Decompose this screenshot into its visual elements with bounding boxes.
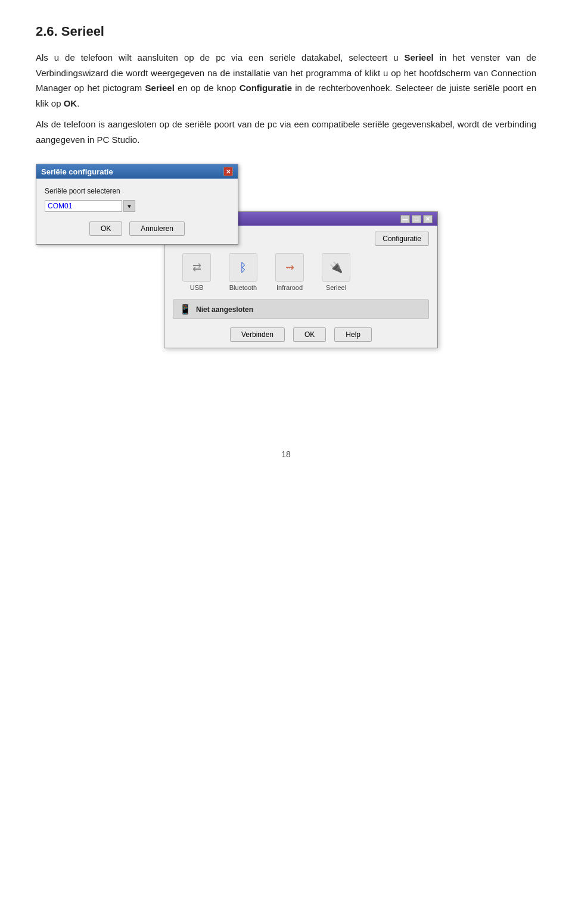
serial-config-title: Seriële configuratie — [41, 167, 113, 176]
serial-config-dialog: Seriële configuratie ✕ Seriële poort sel… — [36, 164, 238, 245]
infrared-icon: ⇝ — [285, 261, 294, 274]
conn-help-button[interactable]: Help — [334, 327, 372, 342]
usb-icon-box: ⇄ — [182, 253, 211, 282]
paragraph-2: Als de telefoon is aangesloten op de ser… — [36, 117, 536, 147]
conn-config-button[interactable]: Configuratie — [375, 232, 429, 246]
conn-status-bar: 📱 Niet aangesloten — [173, 299, 429, 319]
conn-bottom-buttons: Verbinden OK Help — [173, 327, 429, 342]
serial-port-select-arrow[interactable]: ▼ — [123, 200, 135, 212]
conn-icons-row: ⇄ USB ᛒ Bluetooth ⇝ Infrarood — [173, 253, 429, 291]
page-title: 2.6. Serieel — [36, 24, 536, 39]
serial-icon: 🔌 — [329, 261, 343, 274]
conn-icon-serial[interactable]: 🔌 Serieel — [318, 253, 354, 291]
conn-manager-minimize-button[interactable]: — — [400, 215, 410, 223]
bluetooth-label: Bluetooth — [229, 284, 257, 291]
conn-icon-bluetooth[interactable]: ᛒ Bluetooth — [225, 253, 261, 291]
serial-config-content: Seriële poort selecteren COM01 ▼ OK Annu… — [36, 179, 238, 244]
page-number: 18 — [36, 449, 536, 459]
usb-icon: ⇄ — [192, 261, 201, 274]
conn-manager-close-button[interactable]: ✕ — [423, 215, 433, 223]
paragraph-1: Als u de telefoon wilt aansluiten op de … — [36, 50, 536, 111]
conn-connect-button[interactable]: Verbinden — [230, 327, 285, 342]
bluetooth-icon: ᛒ — [240, 261, 247, 274]
conn-icon-usb[interactable]: ⇄ USB — [179, 253, 214, 291]
serial-port-label: Seriële poort selecteren — [45, 187, 229, 195]
serial-ok-button[interactable]: OK — [89, 221, 122, 236]
conn-manager-titlebar-buttons: — □ ✕ — [400, 215, 433, 223]
serial-port-select-row: COM01 ▼ — [45, 200, 229, 212]
usb-label: USB — [190, 284, 204, 291]
conn-status-text: Niet aangesloten — [196, 305, 253, 314]
serial-config-btn-row: OK Annuleren — [45, 221, 229, 236]
serial-cancel-button[interactable]: Annuleren — [129, 221, 185, 236]
serial-config-close-button[interactable]: ✕ — [223, 167, 233, 176]
conn-ok-button[interactable]: OK — [293, 327, 326, 342]
status-phone-icon: 📱 — [179, 304, 191, 315]
infrared-icon-box: ⇝ — [275, 253, 304, 282]
dialog-area: Seriële configuratie ✕ Seriële poort sel… — [36, 164, 536, 414]
conn-manager-maximize-button[interactable]: □ — [412, 215, 421, 223]
infrared-label: Infrarood — [276, 284, 303, 291]
bluetooth-icon-box: ᛒ — [229, 253, 257, 282]
serial-label: Serieel — [326, 284, 346, 291]
serial-config-titlebar: Seriële configuratie ✕ — [36, 164, 238, 179]
conn-icon-infrared[interactable]: ⇝ Infrarood — [272, 253, 307, 291]
serial-port-select[interactable]: COM01 — [45, 200, 122, 212]
serial-icon-box: 🔌 — [322, 253, 350, 282]
